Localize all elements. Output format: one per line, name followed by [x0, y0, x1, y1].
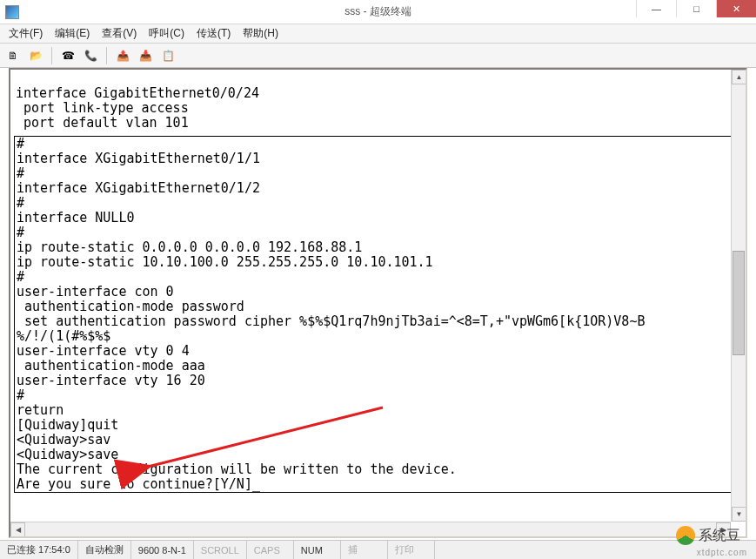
menu-view[interactable]: 查看(V) [97, 24, 142, 43]
scroll-thumb[interactable] [733, 251, 745, 355]
watermark-logo: 系统豆 [676, 526, 740, 545]
close-button[interactable]: ✕ [716, 0, 756, 17]
terminal-line: port link-type access [16, 100, 189, 116]
terminal-line: interface NULL0 [17, 210, 134, 226]
terminal-line: # [17, 269, 24, 285]
status-line-settings: 9600 8-N-1 [131, 541, 194, 559]
terminal-line: authentication-mode password [17, 299, 244, 314]
terminal-line: <Quidway>sav [17, 432, 110, 448]
send-icon[interactable]: 📤 [113, 46, 132, 65]
terminal-line: %/!/(1(#%$%$ [17, 328, 110, 344]
new-file-icon[interactable]: 🗎 [3, 46, 23, 65]
scroll-down-icon[interactable]: ▼ [732, 507, 746, 522]
terminal-line: # [17, 195, 24, 211]
scroll-up-icon[interactable]: ▲ [732, 70, 746, 84]
status-num: NUM [294, 541, 341, 559]
terminal-line: set authentication password cipher %$%$Q… [17, 313, 645, 329]
menu-file[interactable]: 文件(F) [3, 24, 48, 43]
terminal-line: ip route-static 10.10.100.0 255.255.255.… [17, 254, 433, 270]
properties-icon[interactable]: 📋 [158, 46, 177, 65]
toolbar-separator [51, 47, 52, 64]
terminal-line: ip route-static 0.0.0.0 0.0.0.0 192.168.… [17, 239, 362, 255]
receive-icon[interactable]: 📥 [136, 46, 155, 65]
toolbar: 🗎 📂 ☎ 📞 📤 📥 📋 [0, 44, 756, 68]
window-titlebar: sss - 超级终端 — □ ✕ [0, 0, 756, 24]
terminal-line: [Quidway]quit [17, 417, 118, 433]
terminal-line: port default vlan 101 [16, 115, 189, 131]
app-icon [5, 5, 19, 19]
status-detect: 自动检测 [78, 541, 131, 559]
menu-transfer[interactable]: 传送(T) [191, 24, 236, 43]
menubar: 文件(F) 编辑(E) 查看(V) 呼叫(C) 传送(T) 帮助(H) [0, 24, 756, 44]
statusbar: 已连接 17:54:0 自动检测 9600 8-N-1 SCROLL CAPS … [0, 540, 756, 559]
terminal-line: user-interface vty 0 4 [17, 343, 190, 359]
terminal-content[interactable]: interface GigabitEthernet0/0/24 port lin… [10, 70, 746, 536]
maximize-button[interactable]: □ [676, 0, 716, 17]
terminal-line: The current configuration will be writte… [17, 461, 457, 477]
terminal-line: # [17, 387, 24, 403]
status-print: 打印 [388, 541, 435, 559]
menu-edit[interactable]: 编辑(E) [50, 24, 95, 43]
terminal-line: Are you sure to continue?[Y/N]_ [17, 476, 260, 492]
terminal-pane[interactable]: interface GigabitEthernet0/0/24 port lin… [9, 68, 747, 538]
watermark-url: xtdptc.com [697, 548, 747, 557]
terminal-line: interface XGigabitEthernet0/1/1 [17, 151, 260, 166]
connect-icon[interactable]: ☎ [58, 46, 77, 65]
disconnect-icon[interactable]: 📞 [81, 46, 100, 65]
minimize-button[interactable]: — [636, 0, 676, 17]
terminal-line: return [17, 402, 64, 418]
menu-help[interactable]: 帮助(H) [238, 24, 284, 43]
terminal-line: interface GigabitEthernet0/0/24 [16, 85, 259, 101]
watermark-text: 系统豆 [699, 527, 740, 545]
menu-call[interactable]: 呼叫(C) [144, 24, 190, 43]
status-scroll: SCROLL [194, 541, 247, 559]
terminal-line: # [17, 165, 24, 181]
status-connection: 已连接 17:54:0 [0, 541, 78, 559]
open-folder-icon[interactable]: 📂 [26, 46, 45, 65]
terminal-line: # [17, 225, 24, 240]
terminal-line: user-interface con 0 [17, 284, 174, 300]
status-capture: 捕 [341, 541, 388, 559]
watermark-icon [676, 526, 695, 545]
window-controls: — □ ✕ [636, 0, 756, 17]
terminal-line: # [17, 136, 24, 152]
status-caps: CAPS [247, 541, 294, 559]
scroll-left-icon[interactable]: ◀ [10, 522, 25, 537]
vertical-scrollbar[interactable]: ▲ ▼ [731, 70, 746, 522]
toolbar-separator [106, 47, 107, 64]
terminal-line: authentication-mode aaa [17, 358, 205, 374]
terminal-line: <Quidway>save [17, 447, 118, 462]
window-title: sss - 超级终端 [345, 4, 411, 19]
terminal-line: user-interface vty 16 20 [17, 373, 205, 388]
horizontal-scrollbar[interactable]: ◀ ▶ [10, 522, 731, 536]
terminal-line: interface XGigabitEthernet0/1/2 [17, 180, 260, 196]
